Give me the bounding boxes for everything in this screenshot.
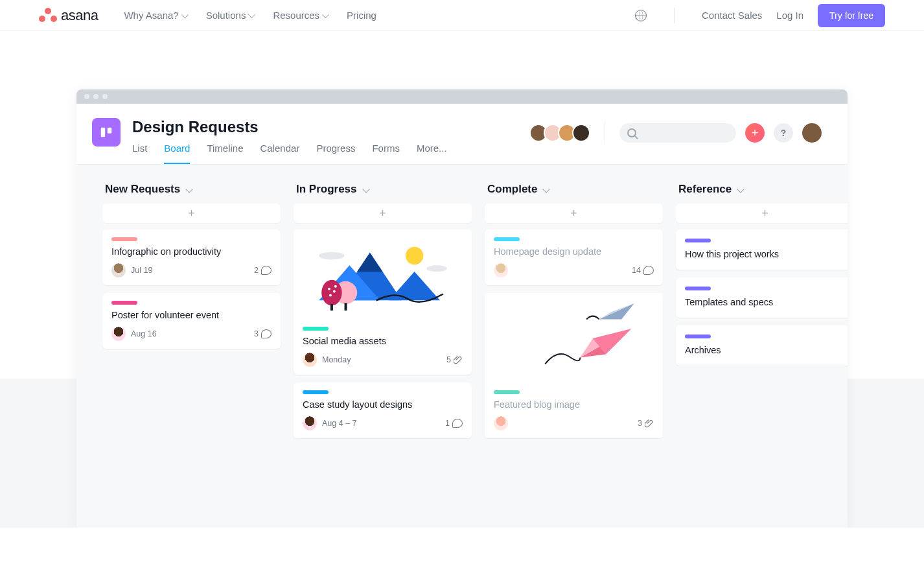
task-card[interactable]: Case study layout designsAug 4 – 71 [294,382,472,438]
paperclip-icon [454,355,463,364]
add-card-button[interactable]: + [676,204,848,223]
card-footer: Aug 163 [111,327,271,341]
add-card-button[interactable]: + [485,204,663,223]
attachment-count: 5 [446,355,463,364]
card-title: Poster for volunteer event [111,310,271,320]
card-date: Jul 19 [131,266,152,275]
attachment-count: 3 [638,419,654,428]
column-header[interactable]: New Requests [102,183,281,196]
project-main: Design Requests List Board Timeline Cale… [132,118,518,164]
asana-logo-icon [39,8,57,23]
chevron-down-icon [248,10,255,18]
assignee-avatar [494,263,508,277]
window-dot [84,94,89,99]
comment-icon [261,329,271,338]
tab-forms[interactable]: Forms [372,143,400,164]
add-card-button[interactable]: + [102,204,281,223]
card-tag [303,327,329,331]
card-title: Case study layout designs [303,399,463,410]
try-free-button[interactable]: Try for free [818,4,885,27]
task-card[interactable]: How this project works [676,229,848,270]
card-title: Homepage design update [494,246,654,257]
header-right: + ? [529,122,822,144]
card-title: Infographic on productivity [111,246,271,257]
search-input[interactable] [619,123,736,143]
chevron-down-icon [737,185,745,193]
card-tag [111,237,137,241]
member-avatars[interactable] [529,124,590,142]
card-title: Archives [685,345,845,355]
board-column: In Progress+Social media assetsMonday5Ca… [294,183,472,446]
chevron-down-icon [362,185,369,193]
task-card[interactable]: Homepage design update14 [485,229,663,285]
assignee-avatar [303,353,317,367]
board-column: New Requests+Infographic on productivity… [102,183,281,357]
stage: Design Requests List Board Timeline Cale… [0,31,924,528]
task-card[interactable]: Poster for volunteer eventAug 163 [102,293,281,349]
task-card[interactable]: Archives [676,325,848,366]
column-header[interactable]: Complete [485,183,663,196]
card-tag [494,237,520,241]
column-title: In Progress [296,183,357,196]
tab-progress[interactable]: Progress [316,143,355,164]
comment-icon [452,419,463,428]
tab-list[interactable]: List [132,143,147,164]
task-card[interactable]: Templates and specs [676,277,848,318]
comment-count: 14 [632,266,654,275]
search-icon [627,128,636,137]
task-card[interactable]: Infographic on productivityJul 192 [102,229,281,285]
board-column: Reference+How this project worksTemplate… [676,183,848,373]
chevron-down-icon [186,185,193,193]
site-nav: asana Why Asana? Solutions Resources Pri… [0,0,924,31]
board-column: Complete+Homepage design update14Feature… [485,183,663,446]
help-button[interactable]: ? [774,123,793,143]
tab-calendar[interactable]: Calendar [260,143,300,164]
window-titlebar [76,89,848,104]
column-header[interactable]: In Progress [294,183,472,196]
svg-rect-1 [108,128,111,134]
card-cover-image [485,293,663,384]
column-header[interactable]: Reference [676,183,848,196]
card-title: Templates and specs [685,297,845,307]
chevron-down-icon [322,10,329,18]
assignee-avatar [111,263,126,277]
card-cover-image [294,229,472,320]
card-date: Aug 16 [131,329,157,338]
project-tabs: List Board Timeline Calendar Progress Fo… [132,143,518,164]
board-icon [99,125,113,139]
card-tag [111,301,137,305]
card-tag [685,335,711,338]
contact-sales-link[interactable]: Contact Sales [702,10,762,21]
comment-icon [643,266,654,275]
task-card[interactable]: Featured blog image3 [485,293,663,438]
globe-icon[interactable] [635,10,647,21]
tab-more[interactable]: More... [417,143,447,164]
card-tag [494,390,520,394]
card-title: How this project works [685,249,845,259]
card-footer: 14 [494,263,654,277]
svg-rect-0 [101,128,105,137]
card-date: Aug 4 – 7 [322,419,357,428]
nav-resources[interactable]: Resources [273,10,327,21]
nav-why-asana[interactable]: Why Asana? [124,10,186,21]
tab-timeline[interactable]: Timeline [207,143,243,164]
project-icon[interactable] [92,118,121,147]
card-tag [303,390,329,394]
current-user-avatar[interactable] [802,123,822,143]
asana-logo[interactable]: asana [39,7,98,24]
task-card[interactable]: Social media assetsMonday5 [294,229,472,375]
tab-board[interactable]: Board [164,143,190,164]
login-link[interactable]: Log In [776,10,803,21]
card-title: Featured blog image [494,399,654,410]
chevron-down-icon [181,10,188,18]
app-window: Design Requests List Board Timeline Cale… [76,89,848,528]
nav-pricing[interactable]: Pricing [347,10,376,21]
assignee-avatar [494,416,508,430]
nav-links: Why Asana? Solutions Resources Pricing [124,10,376,21]
card-tag [685,287,711,290]
add-button[interactable]: + [745,123,765,143]
project-title: Design Requests [132,118,518,136]
card-footer: Aug 4 – 71 [303,416,463,430]
nav-solutions[interactable]: Solutions [206,10,254,21]
add-card-button[interactable]: + [294,204,472,223]
